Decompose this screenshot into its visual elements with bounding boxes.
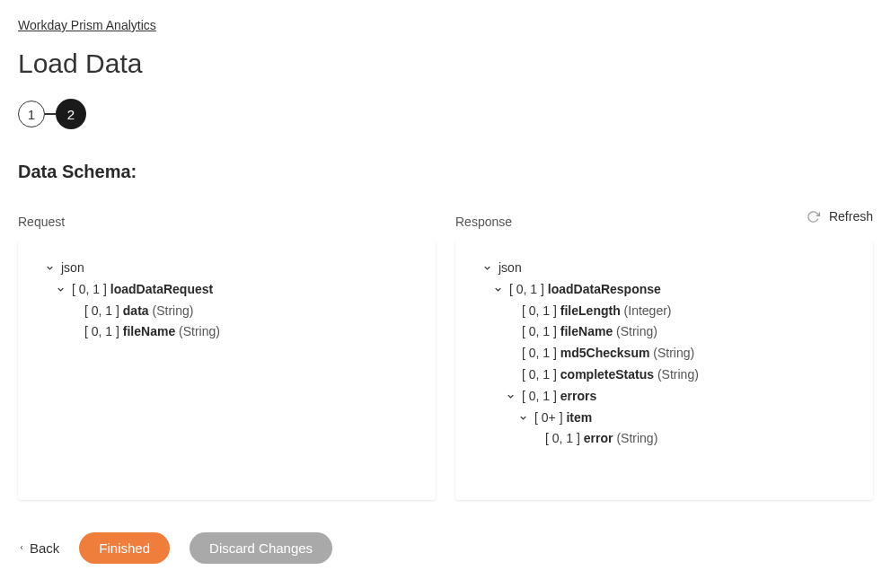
tree-node-loadDataRequest: [ 0, 1 ] loadDataRequest	[34, 279, 419, 301]
node-label: [ 0+ ] item	[534, 408, 592, 429]
breadcrumb-link[interactable]: Workday Prism Analytics	[18, 18, 156, 32]
step-1[interactable]: 1	[18, 101, 45, 127]
node-label: [ 0, 1 ] completeStatus (String)	[522, 364, 699, 386]
tree-node-loadDataResponse: [ 0, 1 ] loadDataResponse	[472, 279, 857, 301]
chevron-down-icon[interactable]	[516, 411, 529, 424]
tree-node-errors: [ 0, 1 ] errors	[472, 386, 857, 408]
back-label: Back	[30, 540, 59, 556]
chevron-down-icon[interactable]	[54, 284, 66, 296]
node-label: [ 0, 1 ] fileName (String)	[522, 321, 657, 343]
node-label: [ 0, 1 ] errors	[522, 386, 596, 408]
node-label: [ 0, 1 ] error (String)	[545, 428, 657, 450]
finished-button[interactable]: Finished	[79, 532, 170, 564]
tree-node-completeStatus: [ 0, 1 ] completeStatus (String)	[472, 364, 857, 386]
step-2[interactable]: 2	[56, 99, 86, 129]
footer-actions: Back Finished Discard Changes	[18, 532, 873, 564]
chevron-down-icon[interactable]	[43, 262, 56, 275]
response-column: Response json [ 0, 1 ] loadDataResponse …	[455, 215, 873, 500]
node-label: json	[61, 258, 84, 279]
tree-node-error: [ 0, 1 ] error (String)	[472, 428, 857, 450]
tree-node-fileName: [ 0, 1 ] fileName (String)	[34, 321, 419, 343]
tree-node-json: json	[34, 258, 419, 279]
step-connector	[45, 113, 56, 115]
request-column: Request json [ 0, 1 ] loadDataRequest [ …	[18, 215, 436, 500]
back-button[interactable]: Back	[18, 540, 59, 556]
node-label: [ 0, 1 ] fileLength (Integer)	[522, 301, 672, 322]
tree-node-data: [ 0, 1 ] data (String)	[34, 301, 419, 322]
request-panel: json [ 0, 1 ] loadDataRequest [ 0, 1 ] d…	[18, 240, 436, 500]
section-title: Data Schema:	[18, 162, 873, 182]
tree-node-fileName: [ 0, 1 ] fileName (String)	[472, 321, 857, 343]
node-label: [ 0, 1 ] data (String)	[84, 301, 193, 322]
chevron-down-icon[interactable]	[491, 284, 504, 296]
tree-node-json: json	[472, 258, 857, 279]
tree-node-md5Checksum: [ 0, 1 ] md5Checksum (String)	[472, 343, 857, 364]
request-label: Request	[18, 215, 436, 229]
discard-changes-button[interactable]: Discard Changes	[190, 532, 332, 564]
tree-node-fileLength: [ 0, 1 ] fileLength (Integer)	[472, 301, 857, 322]
chevron-down-icon[interactable]	[504, 391, 516, 403]
chevron-down-icon[interactable]	[481, 262, 493, 275]
tree-node-item: [ 0+ ] item	[472, 408, 857, 429]
response-panel: json [ 0, 1 ] loadDataResponse [ 0, 1 ] …	[455, 240, 873, 500]
node-label: [ 0, 1 ] md5Checksum (String)	[522, 343, 694, 364]
node-label: [ 0, 1 ] loadDataResponse	[509, 279, 661, 301]
stepper: 1 2	[18, 99, 873, 129]
node-label: [ 0, 1 ] loadDataRequest	[72, 279, 213, 301]
page-title: Load Data	[18, 48, 873, 79]
node-label: json	[498, 258, 522, 279]
response-label: Response	[455, 215, 873, 229]
node-label: [ 0, 1 ] fileName (String)	[84, 321, 220, 343]
chevron-left-icon	[18, 540, 25, 556]
